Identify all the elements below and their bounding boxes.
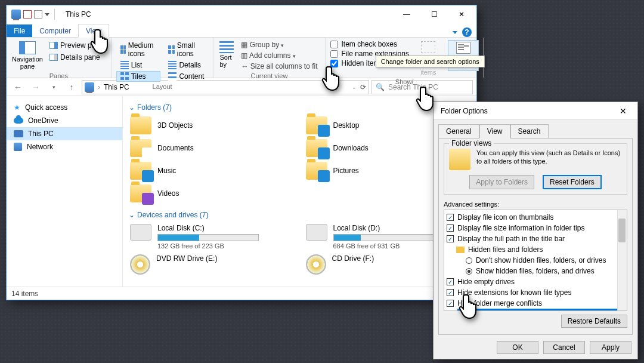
item-checkboxes-toggle[interactable]: Item check boxes — [330, 40, 409, 48]
tab-computer[interactable]: Computer — [32, 24, 78, 37]
layout-option[interactable]: Details — [164, 60, 208, 70]
maximize-button[interactable]: ☐ — [420, 5, 448, 23]
file-explorer-window: This PC ― ☐ ✕ File Computer View ? Navig… — [6, 5, 477, 300]
advanced-setting-item[interactable]: ✓Display the full path in the title bar — [447, 233, 624, 244]
advanced-settings-list[interactable]: ✓Display file icon on thumbnails✓Display… — [444, 210, 627, 311]
restore-defaults-button[interactable]: Restore Defaults — [561, 315, 627, 328]
cancel-button[interactable]: Cancel — [543, 341, 585, 354]
nav-back-button[interactable]: ← — [10, 80, 26, 94]
scrollbar[interactable] — [617, 210, 627, 310]
group-label-showhide: Show/ — [330, 77, 479, 85]
titlebar[interactable]: This PC ― ☐ ✕ — [7, 5, 476, 23]
nav-recent-button[interactable]: ▾ — [46, 80, 61, 94]
window-icon — [11, 10, 21, 19]
layout-option[interactable]: Small icons — [164, 40, 208, 59]
advanced-setting-item[interactable]: ✓Display file size information in folder… — [447, 223, 624, 233]
tab-file[interactable]: File — [7, 24, 32, 37]
qat-chevron-icon[interactable] — [45, 13, 49, 16]
folder-options-dialog: Folder Options ✕ General View Search Fol… — [433, 101, 638, 359]
options-tooltip: Change folder and search options — [376, 56, 485, 67]
advanced-setting-item[interactable]: Show hidden files, folders, and drives — [447, 266, 624, 276]
sidebar-item[interactable]: Network — [7, 140, 122, 153]
group-by-button[interactable]: ▦ Group by ▾ — [239, 40, 320, 50]
tab-view[interactable]: View — [479, 124, 510, 139]
dialog-title: Folder Options — [435, 107, 488, 115]
sidebar-item[interactable]: This PC — [7, 127, 122, 140]
apply-to-folders-button[interactable]: Apply to Folders — [469, 175, 534, 189]
reset-folders-button[interactable]: Reset Folders — [543, 175, 602, 189]
folder-views-group: Folder views You can apply this view (su… — [444, 143, 627, 195]
ok-button[interactable]: OK — [497, 341, 538, 354]
folder-item[interactable]: Videos — [129, 183, 299, 204]
layout-option[interactable]: Content — [164, 71, 208, 82]
collapse-ribbon-icon[interactable] — [453, 31, 457, 34]
sidebar-item[interactable]: ★Quick access — [7, 101, 122, 114]
section-folders-header[interactable]: ⌄Folders (7) — [129, 103, 474, 112]
details-pane-button[interactable]: Details pane — [47, 52, 106, 63]
status-bar: 14 items — [7, 287, 476, 300]
advanced-setting-item[interactable]: ✓Hide folder merge conflicts — [447, 298, 624, 309]
advanced-setting-item[interactable]: ✓Hide empty drives — [447, 276, 624, 287]
group-label-currentview: Current view — [218, 71, 320, 79]
advanced-setting-item[interactable]: ✓Display file icon on thumbnails — [447, 212, 624, 223]
sidebar: ★Quick accessOneDriveThis PCNetwork — [7, 96, 123, 287]
navigation-pane-button[interactable]: Navigation pane — [11, 40, 44, 71]
qat-item[interactable] — [23, 10, 32, 19]
tab-general[interactable]: General — [438, 124, 479, 139]
advanced-settings-label: Advanced settings: — [444, 201, 627, 208]
group-label-panes: Panes — [11, 71, 106, 79]
group-label-layout: Layout — [116, 82, 209, 90]
nav-forward-button[interactable]: → — [28, 80, 44, 94]
advanced-setting-item[interactable]: Don't show hidden files, folders, or dri… — [447, 255, 624, 266]
section-drives-header[interactable]: ⌄Devices and drives (7) — [129, 211, 474, 219]
advanced-setting-item[interactable]: Hidden files and folders — [447, 244, 624, 255]
drive-item[interactable]: DVD RW Drive (E:) — [129, 253, 299, 276]
nav-up-button[interactable]: ↑ — [64, 80, 79, 94]
minimize-button[interactable]: ― — [393, 5, 420, 23]
dialog-close-button[interactable]: ✕ — [610, 106, 636, 116]
folder-item[interactable]: Documents — [129, 138, 299, 158]
sidebar-item[interactable]: OneDrive — [7, 114, 122, 127]
folder-item[interactable]: 3D Objects — [129, 115, 299, 136]
add-columns-button[interactable]: ▥ Add columns ▾ — [239, 51, 320, 60]
advanced-setting-item[interactable]: ✓Hide extensions for known file types — [447, 287, 624, 298]
size-columns-button[interactable]: ↔ Size all columns to fit — [239, 61, 320, 71]
drive-item[interactable]: Local Disk (C:)132 GB free of 223 GB — [129, 223, 299, 251]
layout-option[interactable]: Tiles — [116, 71, 161, 82]
main-content: ⌄Folders (7) 3D ObjectsDesktopDocumentsD… — [123, 96, 476, 287]
sort-by-button[interactable]: Sort by — [218, 40, 235, 69]
layout-option[interactable]: Medium icons — [116, 40, 161, 59]
tab-view[interactable]: View — [78, 24, 109, 38]
help-icon[interactable]: ? — [462, 27, 472, 37]
folder-views-icon — [449, 149, 470, 170]
advanced-setting-item[interactable]: Hide protected operating system files (R… — [447, 309, 624, 311]
tab-search[interactable]: Search — [510, 124, 549, 139]
close-button[interactable]: ✕ — [448, 5, 475, 23]
address-icon — [85, 82, 94, 92]
ribbon: Navigation pane Preview pane Details pan… — [7, 38, 476, 78]
ribbon-tabs: File Computer View ? — [7, 23, 476, 38]
preview-pane-button[interactable]: Preview pane — [47, 40, 106, 51]
window-title: This PC — [66, 10, 91, 19]
apply-button[interactable]: Apply — [590, 341, 631, 354]
layout-gallery[interactable]: Medium iconsListTiles — [116, 40, 161, 82]
folder-item[interactable]: Music — [129, 161, 299, 181]
layout-option[interactable]: List — [116, 60, 161, 70]
qat-item[interactable] — [34, 10, 42, 19]
